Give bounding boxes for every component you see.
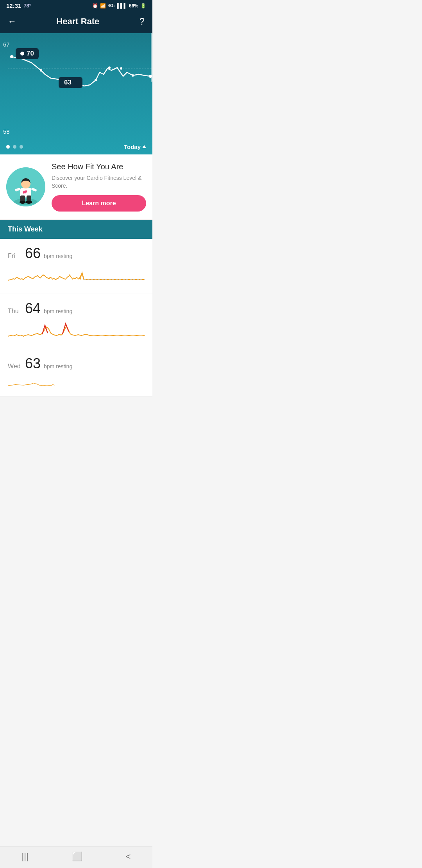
day-row-thu[interactable]: Thu 64 bpm resting [0,294,152,349]
svg-point-7 [132,74,134,77]
thu-info: Thu 64 bpm resting [8,300,145,317]
dot-3[interactable] [20,145,23,149]
svg-rect-20 [15,189,18,191]
fri-chart [8,265,145,289]
svg-text:♥: ♥ [23,190,25,195]
status-time: 12:31 [6,2,21,9]
fri-bpm: 66 [25,245,41,262]
svg-point-1 [10,55,13,58]
fit-content: See How Fit You Are Discover your Cardio… [52,162,146,212]
wed-bpm: 63 [25,355,41,372]
svg-point-5 [108,66,111,69]
svg-point-10 [14,199,38,205]
svg-point-2 [40,69,42,72]
day-row-wed[interactable]: Wed 63 bpm resting [0,349,152,396]
thu-chart [8,321,145,344]
tooltip-63: 63 [59,77,82,88]
wifi-icon: 📶 [100,3,106,9]
learn-more-button[interactable]: Learn more [52,195,146,212]
chart-dots [6,145,23,149]
svg-point-8 [149,75,152,78]
help-button[interactable]: ? [139,16,145,27]
status-left: 12:31 78° [6,2,31,9]
thu-label: Thu [8,308,22,315]
today-arrow-icon [142,145,146,148]
page-header: ← Heart Rate ? [0,11,152,33]
thu-bpm: 64 [25,300,41,317]
thu-unit: bpm resting [44,308,72,314]
alarm-icon: ⏰ [92,3,98,9]
battery-icon: 🔋 [140,3,146,9]
wed-chart [8,376,145,391]
svg-point-6 [120,67,122,70]
dot-2[interactable] [13,145,16,149]
heart-rate-chart: 67 58 70 [0,33,152,154]
avatar-svg: ♥ [6,167,45,206]
fit-avatar: ♥ [6,167,45,206]
status-temp: 78° [23,3,31,9]
status-bar: 12:31 78° ⏰ 📶 4G↕ ▌▌▌ 66% 🔋 [0,0,152,11]
wed-label: Wed [8,363,22,370]
svg-point-19 [26,201,32,204]
svg-point-18 [20,201,26,204]
tooltip-70: 70 [16,48,39,59]
fit-title: See How Fit You Are [52,162,146,171]
status-right: ⏰ 📶 4G↕ ▌▌▌ 66% 🔋 [92,3,146,9]
fit-card: ♥ See How Fit You Are Discover your Card… [0,154,152,220]
page-title: Heart Rate [56,16,99,27]
back-button[interactable]: ← [8,16,16,27]
data-icon: 4G↕ [108,4,115,8]
wed-info: Wed 63 bpm resting [8,355,145,372]
chart-bottom: Today [0,139,152,154]
fit-description: Discover your Cardio Fitness Level & Sco… [52,174,146,190]
fri-label: Fri [8,253,22,260]
fri-unit: bpm resting [44,253,72,259]
wed-unit: bpm resting [44,363,72,369]
fri-info: Fri 66 bpm resting [8,245,145,262]
dot-1[interactable] [6,145,10,149]
week-header: This Week [0,220,152,239]
battery-label: 66% [129,3,138,9]
signal-icon: ▌▌▌ [117,3,127,9]
day-row-fri[interactable]: Fri 66 bpm resting [0,239,152,294]
chart-svg-container: 70 63 [0,33,152,139]
svg-point-4 [95,79,97,81]
chart-today: Today [124,143,146,150]
